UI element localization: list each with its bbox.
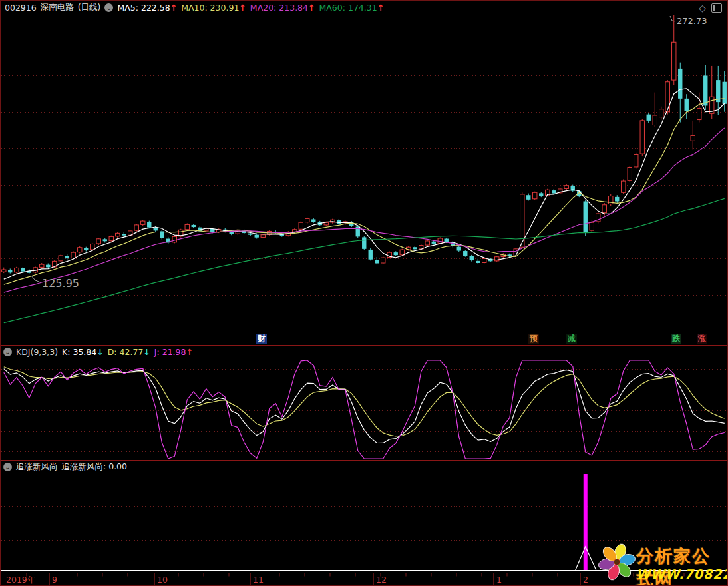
k-down-arrow-icon: ↓	[96, 347, 103, 357]
d-down-arrow-icon: ↓	[143, 347, 150, 357]
collapse-signal-icon[interactable]: ⌄	[3, 463, 12, 471]
axis-month-label: 2	[583, 575, 588, 585]
axis-month-label: 10	[157, 575, 168, 585]
event-marker-跌[interactable]: 跌	[671, 334, 681, 344]
event-marker-预[interactable]: 预	[528, 334, 539, 344]
kdj-indicator-label: KDJ(9,3,3)	[16, 347, 58, 357]
j-up-arrow-icon: ↑	[186, 347, 192, 357]
event-marker-减[interactable]: 减	[566, 334, 577, 344]
kdj-j-value: J: 21.98↑	[154, 347, 193, 357]
collapse-kdj-icon[interactable]: ⌄	[3, 348, 12, 356]
chart-canvas	[1, 1, 728, 586]
axis-year-label: 2019年	[6, 575, 35, 586]
app-window: 002916 深南电路 (日线) ⌄ MA5: 222.58↑ MA10: 23…	[0, 0, 728, 586]
highest-price-label: 272.73	[677, 16, 707, 26]
lowest-price-label: 125.95	[42, 277, 79, 290]
watermark-site-url: WWW.70822.COM	[636, 567, 728, 581]
axis-month-label: 11	[253, 575, 264, 585]
event-marker-财[interactable]: 财	[256, 334, 267, 344]
signal-panel-header: ⌄ 追涨新风尚 追涨新风尚: 0.00	[3, 461, 127, 473]
axis-month-label: 9	[52, 575, 57, 585]
axis-month-label: 12	[376, 575, 387, 585]
axis-month-label: 1	[496, 575, 502, 585]
signal-indicator-label: 追涨新风尚	[16, 461, 58, 473]
signal-value-label: 追涨新风尚: 0.00	[62, 461, 128, 473]
kdj-d-value: D: 42.77↓	[108, 347, 150, 357]
event-marker-涨[interactable]: 涨	[697, 334, 707, 344]
watermark-flower-logo	[598, 543, 636, 581]
kdj-k-value: K: 35.84↓	[62, 347, 104, 357]
kdj-panel-header: ⌄ KDJ(9,3,3) K: 35.84↓ D: 42.77↓ J: 21.9…	[3, 346, 193, 358]
